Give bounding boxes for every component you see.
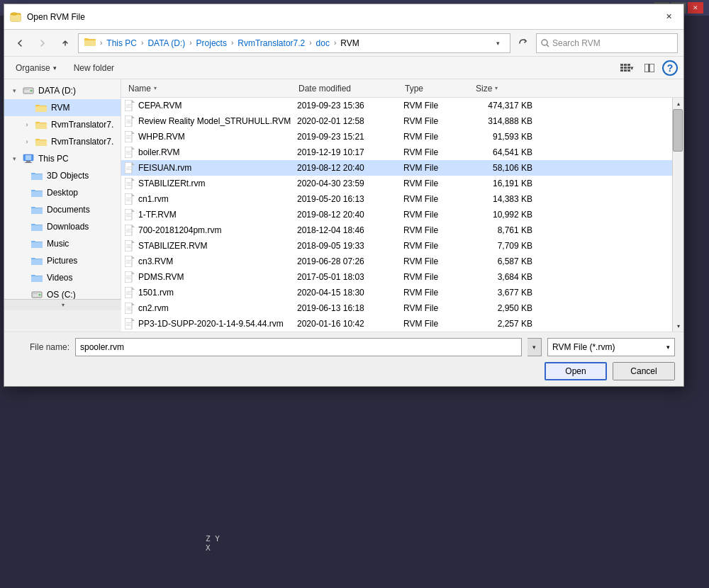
svg-point-57 — [39, 294, 41, 296]
breadcrumb-doc[interactable]: doc — [313, 37, 333, 50]
col-type-label: Type — [405, 84, 423, 94]
file-type: RVM File — [403, 303, 474, 313]
dialog-icon — [10, 11, 21, 23]
sidebar-item-desktop[interactable]: Desktop — [4, 184, 121, 201]
open-btn[interactable]: Open — [545, 362, 607, 380]
file-type: RVM File — [403, 272, 474, 282]
col-header-date[interactable]: Date modified — [294, 79, 401, 97]
cancel-btn[interactable]: Cancel — [613, 362, 675, 380]
view-toggle-btn[interactable]: ▾ — [617, 60, 637, 77]
sidebar-item-pictures[interactable]: Pictures — [4, 252, 121, 269]
search-box[interactable]: Search RVM — [536, 33, 678, 53]
sidebar-item-osc[interactable]: OS (C:) — [4, 286, 121, 299]
file-row[interactable]: PP3-1D-SUPP-2020-1-14-9.54.44.rvm 2020-0… — [121, 316, 672, 332]
bottom-bar: File name: ▾ RVM File (*.rvm) ▾ Open Can… — [4, 332, 683, 386]
file-name: CEPA.RVM — [138, 101, 297, 111]
file-type: RVM File — [403, 194, 474, 204]
file-name: STABILIZER.RVM — [138, 241, 297, 251]
scrollbar-down-btn[interactable]: ▾ — [673, 320, 684, 332]
sidebar-item-rvmtranslator1[interactable]: › RvmTranslator7. — [4, 116, 121, 133]
sidebar-item-music[interactable]: Music — [4, 235, 121, 252]
sidebar-folder-icon-rvmt1 — [35, 119, 47, 130]
svg-rect-24 — [35, 106, 47, 112]
col-header-size[interactable]: Size ▾ — [471, 79, 535, 97]
file-row[interactable]: cn1.rvm 2019-05-20 16:13 RVM File 14,383… — [121, 191, 672, 207]
filename-dropdown-btn[interactable]: ▾ — [527, 338, 542, 356]
sidebar-item-downloads[interactable]: Downloads — [4, 218, 121, 235]
svg-rect-112 — [126, 293, 130, 293]
sidebar-item-thispc[interactable]: ▾ This PC — [4, 150, 121, 167]
col-header-type[interactable]: Type — [401, 79, 471, 97]
sidebar-item-3dobjects[interactable]: 3D Objects — [4, 167, 121, 184]
breadcrumb-rvm[interactable]: RVM — [337, 37, 362, 50]
svg-rect-81 — [126, 169, 131, 170]
file-row[interactable]: PDMS.RVM 2017-05-01 18:03 RVM File 3,684… — [121, 269, 672, 285]
breadcrumb-data[interactable]: DATA (D:) — [145, 37, 188, 50]
svg-rect-111 — [126, 291, 131, 292]
file-row[interactable]: 700-20181204pm.rvm 2018-12-04 18:46 RVM … — [121, 222, 672, 238]
svg-rect-91 — [126, 213, 131, 214]
file-name: 1-TF.RVM — [138, 210, 297, 220]
file-row[interactable]: STABILIZERt.rvm 2020-04-30 23:59 RVM Fil… — [121, 176, 672, 191]
organise-btn[interactable]: Organise ▾ — [10, 60, 62, 77]
filename-input[interactable] — [75, 338, 522, 356]
svg-rect-30 — [35, 140, 47, 146]
svg-rect-92 — [126, 215, 130, 215]
file-row[interactable]: 1-TF.RVM 2019-08-12 20:40 RVM File 10,99… — [121, 207, 672, 222]
sidebar-item-videos[interactable]: Videos — [4, 269, 121, 286]
file-row[interactable]: CEPA.RVM 2019-09-23 15:36 RVM File 474,3… — [121, 98, 672, 113]
file-row[interactable]: Review Reality Model_STRUHULL.RVM 2020-0… — [121, 113, 672, 129]
nav-refresh-btn[interactable] — [513, 33, 533, 53]
help-btn[interactable]: ? — [662, 60, 678, 76]
sidebar-expand-rvmt1: › — [23, 120, 31, 129]
pane-btn[interactable] — [640, 60, 659, 77]
sidebar-item-rvmtranslator2[interactable]: › RvmTranslator7. — [4, 133, 121, 150]
file-row[interactable]: cn3.RVM 2019-06-28 07:26 RVM File 6,587 … — [121, 254, 672, 269]
breadcrumb-bar[interactable]: › This PC › DATA (D:) › Projects › RvmTr… — [78, 33, 510, 53]
file-size: 14,383 KB — [474, 194, 538, 204]
breadcrumb-rvmtranslator[interactable]: RvmTranslator7.2 — [235, 37, 308, 50]
file-type: RVM File — [403, 116, 474, 126]
file-row[interactable]: WHPB.RVM 2019-09-23 15:21 RVM File 91,59… — [121, 129, 672, 145]
nav-forward-btn[interactable] — [33, 33, 52, 53]
breadcrumb-projects[interactable]: Projects — [194, 37, 230, 50]
file-type: RVM File — [403, 101, 474, 111]
file-name: Review Reality Model_STRUHULL.RVM — [138, 116, 297, 126]
svg-rect-119 — [126, 322, 131, 323]
sidebar-scroll-down[interactable]: ▾ — [4, 299, 121, 310]
svg-rect-93 — [126, 216, 131, 217]
svg-rect-52 — [31, 259, 43, 265]
sidebar-expand-rvmt2: › — [23, 137, 31, 146]
breadcrumb-dropdown-btn[interactable]: ▾ — [491, 34, 504, 52]
scrollbar-thumb[interactable] — [673, 109, 683, 152]
col-header-name[interactable]: Name ▾ — [124, 79, 294, 97]
file-name: cn1.rvm — [138, 194, 297, 204]
scrollbar-up-btn[interactable]: ▴ — [673, 98, 684, 109]
file-row[interactable]: boiler.RVM 2019-12-19 10:17 RVM File 64,… — [121, 145, 672, 160]
file-row[interactable]: cn2.rvm 2019-06-13 16:18 RVM File 2,950 … — [121, 300, 672, 316]
file-row[interactable]: 1501.rvm 2020-04-15 18:30 RVM File 3,677… — [121, 285, 672, 300]
svg-rect-117 — [126, 310, 131, 310]
file-name: 1501.rvm — [138, 288, 297, 298]
file-doc-icon — [124, 287, 135, 298]
filetype-select[interactable]: RVM File (*.rvm) ▾ — [547, 338, 675, 356]
nav-back-btn[interactable] — [10, 33, 30, 53]
svg-rect-109 — [126, 278, 131, 279]
file-row[interactable]: FEISUAN.rvm 2019-08-12 20:40 RVM File 58… — [121, 160, 672, 176]
new-folder-btn[interactable]: New folder — [68, 60, 120, 77]
svg-rect-107 — [126, 276, 131, 276]
svg-line-7 — [547, 45, 549, 47]
file-row[interactable]: STABILIZER.RVM 2018-09-05 19:33 RVM File… — [121, 238, 672, 254]
breadcrumb-thispc[interactable]: This PC — [104, 37, 140, 50]
column-headers: Name ▾ Date modified Type Size ▾ — [121, 79, 683, 98]
sidebar-item-data-d[interactable]: ▾ DATA (D:) — [4, 82, 121, 99]
file-doc-icon — [124, 256, 135, 267]
nav-up-btn[interactable] — [55, 33, 75, 53]
svg-rect-63 — [126, 104, 131, 105]
sidebar-item-documents[interactable]: Documents — [4, 201, 121, 218]
file-size: 474,317 KB — [474, 101, 538, 111]
sidebar-label-data-d: DATA (D:) — [38, 86, 76, 96]
dialog-close-btn[interactable]: ✕ — [659, 8, 678, 26]
svg-rect-88 — [126, 199, 130, 200]
sidebar-item-rvm[interactable]: RVM — [4, 99, 121, 116]
